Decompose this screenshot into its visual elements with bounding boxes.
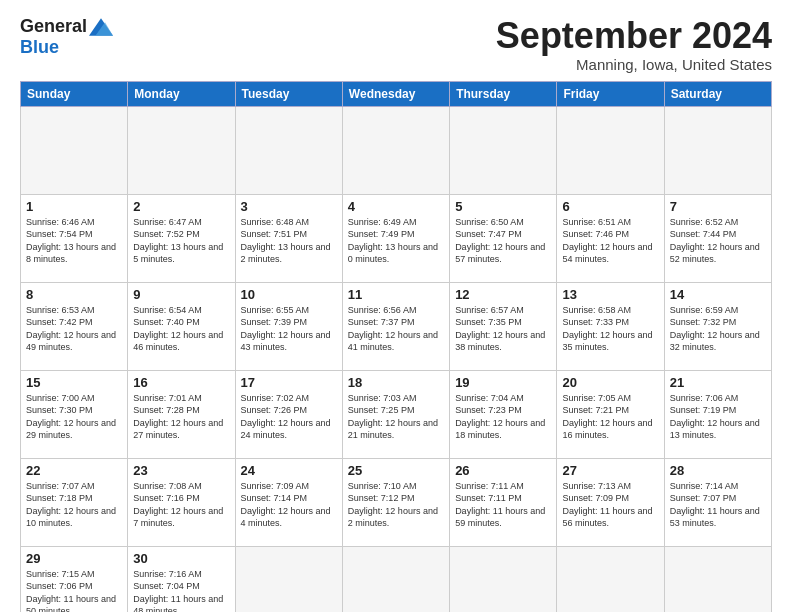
table-row: 11Sunrise: 6:56 AMSunset: 7:37 PMDayligh…	[342, 282, 449, 370]
day-number: 8	[26, 287, 122, 302]
col-sunday: Sunday	[21, 81, 128, 106]
header: General Blue September 2024 Manning, Iow…	[20, 16, 772, 73]
day-detail: Sunrise: 7:00 AMSunset: 7:30 PMDaylight:…	[26, 392, 122, 442]
table-row	[664, 106, 771, 194]
day-detail: Sunrise: 6:55 AMSunset: 7:39 PMDaylight:…	[241, 304, 337, 354]
day-number: 29	[26, 551, 122, 566]
page: General Blue September 2024 Manning, Iow…	[0, 0, 792, 612]
day-number: 30	[133, 551, 229, 566]
day-number: 5	[455, 199, 551, 214]
day-detail: Sunrise: 6:49 AMSunset: 7:49 PMDaylight:…	[348, 216, 444, 266]
day-detail: Sunrise: 6:58 AMSunset: 7:33 PMDaylight:…	[562, 304, 658, 354]
col-saturday: Saturday	[664, 81, 771, 106]
day-number: 21	[670, 375, 766, 390]
day-detail: Sunrise: 6:46 AMSunset: 7:54 PMDaylight:…	[26, 216, 122, 266]
table-row: 15Sunrise: 7:00 AMSunset: 7:30 PMDayligh…	[21, 370, 128, 458]
col-friday: Friday	[557, 81, 664, 106]
day-number: 9	[133, 287, 229, 302]
calendar-week-row: 8Sunrise: 6:53 AMSunset: 7:42 PMDaylight…	[21, 282, 772, 370]
day-detail: Sunrise: 6:50 AMSunset: 7:47 PMDaylight:…	[455, 216, 551, 266]
day-number: 15	[26, 375, 122, 390]
day-number: 6	[562, 199, 658, 214]
table-row	[128, 106, 235, 194]
day-number: 22	[26, 463, 122, 478]
day-detail: Sunrise: 7:11 AMSunset: 7:11 PMDaylight:…	[455, 480, 551, 530]
day-number: 25	[348, 463, 444, 478]
day-detail: Sunrise: 6:59 AMSunset: 7:32 PMDaylight:…	[670, 304, 766, 354]
table-row: 7Sunrise: 6:52 AMSunset: 7:44 PMDaylight…	[664, 194, 771, 282]
table-row: 6Sunrise: 6:51 AMSunset: 7:46 PMDaylight…	[557, 194, 664, 282]
day-number: 3	[241, 199, 337, 214]
col-wednesday: Wednesday	[342, 81, 449, 106]
calendar-week-row: 22Sunrise: 7:07 AMSunset: 7:18 PMDayligh…	[21, 458, 772, 546]
table-row: 25Sunrise: 7:10 AMSunset: 7:12 PMDayligh…	[342, 458, 449, 546]
calendar-week-row	[21, 106, 772, 194]
day-detail: Sunrise: 7:05 AMSunset: 7:21 PMDaylight:…	[562, 392, 658, 442]
table-row: 14Sunrise: 6:59 AMSunset: 7:32 PMDayligh…	[664, 282, 771, 370]
day-number: 18	[348, 375, 444, 390]
table-row: 4Sunrise: 6:49 AMSunset: 7:49 PMDaylight…	[342, 194, 449, 282]
day-number: 2	[133, 199, 229, 214]
day-detail: Sunrise: 7:06 AMSunset: 7:19 PMDaylight:…	[670, 392, 766, 442]
table-row: 13Sunrise: 6:58 AMSunset: 7:33 PMDayligh…	[557, 282, 664, 370]
logo-general-text: General	[20, 16, 87, 37]
day-detail: Sunrise: 7:09 AMSunset: 7:14 PMDaylight:…	[241, 480, 337, 530]
day-detail: Sunrise: 7:14 AMSunset: 7:07 PMDaylight:…	[670, 480, 766, 530]
day-number: 27	[562, 463, 658, 478]
logo: General Blue	[20, 16, 113, 58]
day-number: 1	[26, 199, 122, 214]
day-detail: Sunrise: 7:04 AMSunset: 7:23 PMDaylight:…	[455, 392, 551, 442]
day-number: 20	[562, 375, 658, 390]
table-row	[21, 106, 128, 194]
table-row	[235, 546, 342, 612]
day-number: 7	[670, 199, 766, 214]
day-detail: Sunrise: 7:01 AMSunset: 7:28 PMDaylight:…	[133, 392, 229, 442]
day-detail: Sunrise: 7:13 AMSunset: 7:09 PMDaylight:…	[562, 480, 658, 530]
table-row: 22Sunrise: 7:07 AMSunset: 7:18 PMDayligh…	[21, 458, 128, 546]
day-number: 14	[670, 287, 766, 302]
location: Manning, Iowa, United States	[496, 56, 772, 73]
table-row: 8Sunrise: 6:53 AMSunset: 7:42 PMDaylight…	[21, 282, 128, 370]
day-number: 11	[348, 287, 444, 302]
table-row: 10Sunrise: 6:55 AMSunset: 7:39 PMDayligh…	[235, 282, 342, 370]
day-detail: Sunrise: 7:03 AMSunset: 7:25 PMDaylight:…	[348, 392, 444, 442]
table-row: 12Sunrise: 6:57 AMSunset: 7:35 PMDayligh…	[450, 282, 557, 370]
day-number: 17	[241, 375, 337, 390]
col-monday: Monday	[128, 81, 235, 106]
day-detail: Sunrise: 6:47 AMSunset: 7:52 PMDaylight:…	[133, 216, 229, 266]
table-row: 29Sunrise: 7:15 AMSunset: 7:06 PMDayligh…	[21, 546, 128, 612]
month-title: September 2024	[496, 16, 772, 56]
table-row	[664, 546, 771, 612]
day-detail: Sunrise: 7:08 AMSunset: 7:16 PMDaylight:…	[133, 480, 229, 530]
calendar-header-row: Sunday Monday Tuesday Wednesday Thursday…	[21, 81, 772, 106]
table-row: 9Sunrise: 6:54 AMSunset: 7:40 PMDaylight…	[128, 282, 235, 370]
table-row: 19Sunrise: 7:04 AMSunset: 7:23 PMDayligh…	[450, 370, 557, 458]
table-row: 30Sunrise: 7:16 AMSunset: 7:04 PMDayligh…	[128, 546, 235, 612]
table-row: 21Sunrise: 7:06 AMSunset: 7:19 PMDayligh…	[664, 370, 771, 458]
table-row	[450, 546, 557, 612]
day-detail: Sunrise: 6:52 AMSunset: 7:44 PMDaylight:…	[670, 216, 766, 266]
day-detail: Sunrise: 6:57 AMSunset: 7:35 PMDaylight:…	[455, 304, 551, 354]
table-row	[342, 106, 449, 194]
table-row: 24Sunrise: 7:09 AMSunset: 7:14 PMDayligh…	[235, 458, 342, 546]
table-row: 20Sunrise: 7:05 AMSunset: 7:21 PMDayligh…	[557, 370, 664, 458]
day-detail: Sunrise: 7:10 AMSunset: 7:12 PMDaylight:…	[348, 480, 444, 530]
table-row: 23Sunrise: 7:08 AMSunset: 7:16 PMDayligh…	[128, 458, 235, 546]
day-detail: Sunrise: 6:53 AMSunset: 7:42 PMDaylight:…	[26, 304, 122, 354]
calendar-week-row: 15Sunrise: 7:00 AMSunset: 7:30 PMDayligh…	[21, 370, 772, 458]
table-row	[557, 106, 664, 194]
logo-blue-text: Blue	[20, 37, 59, 58]
table-row: 27Sunrise: 7:13 AMSunset: 7:09 PMDayligh…	[557, 458, 664, 546]
day-detail: Sunrise: 6:56 AMSunset: 7:37 PMDaylight:…	[348, 304, 444, 354]
table-row: 5Sunrise: 6:50 AMSunset: 7:47 PMDaylight…	[450, 194, 557, 282]
table-row	[235, 106, 342, 194]
title-block: September 2024 Manning, Iowa, United Sta…	[496, 16, 772, 73]
table-row: 28Sunrise: 7:14 AMSunset: 7:07 PMDayligh…	[664, 458, 771, 546]
day-detail: Sunrise: 7:02 AMSunset: 7:26 PMDaylight:…	[241, 392, 337, 442]
calendar-table: Sunday Monday Tuesday Wednesday Thursday…	[20, 81, 772, 612]
table-row	[450, 106, 557, 194]
day-detail: Sunrise: 6:54 AMSunset: 7:40 PMDaylight:…	[133, 304, 229, 354]
table-row: 3Sunrise: 6:48 AMSunset: 7:51 PMDaylight…	[235, 194, 342, 282]
calendar-week-row: 29Sunrise: 7:15 AMSunset: 7:06 PMDayligh…	[21, 546, 772, 612]
day-detail: Sunrise: 7:15 AMSunset: 7:06 PMDaylight:…	[26, 568, 122, 612]
